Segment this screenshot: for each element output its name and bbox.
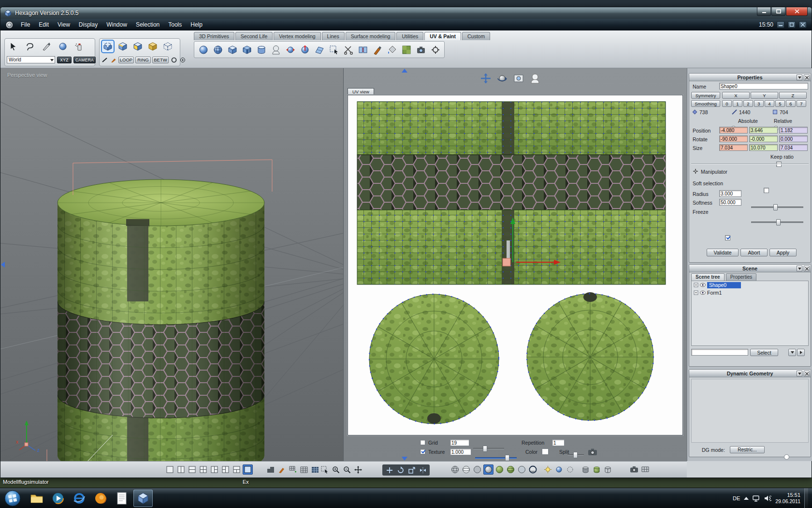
cylinder-shaded-icon[interactable] <box>580 464 591 475</box>
cube-uv-grid-icon[interactable] <box>240 43 253 56</box>
taskbar-mediaplayer-button[interactable] <box>48 490 68 507</box>
cut-seam-icon[interactable] <box>342 43 355 56</box>
dg-close-icon[interactable] <box>804 371 810 376</box>
head-preview-icon[interactable] <box>528 72 541 85</box>
shading-xray-icon[interactable] <box>517 464 527 475</box>
maximize-button[interactable] <box>771 7 785 16</box>
position-y-input[interactable] <box>749 127 778 134</box>
splitter-down-icon[interactable] <box>402 457 407 461</box>
start-button[interactable] <box>4 490 21 508</box>
paint-brush-icon[interactable] <box>371 43 384 56</box>
ellipse-select-icon[interactable] <box>56 40 70 53</box>
splitter-up-icon[interactable] <box>402 69 407 73</box>
lasso-select-icon[interactable] <box>23 40 37 53</box>
camera-view-icon[interactable] <box>554 464 564 475</box>
pan-view-icon[interactable] <box>353 464 363 475</box>
layout-4-icon[interactable] <box>198 464 208 475</box>
grid-add-icon[interactable] <box>288 464 298 475</box>
grid-checkbox[interactable] <box>420 440 425 445</box>
child-maximize-button[interactable] <box>788 21 796 28</box>
radius-slider[interactable] <box>751 204 803 210</box>
uv-select-icon[interactable] <box>327 43 340 56</box>
rotate-z-input[interactable] <box>779 135 808 142</box>
symmetry-z-button[interactable]: Z <box>779 92 807 99</box>
loop-circle-icon[interactable] <box>170 56 177 63</box>
world-dropdown[interactable]: World <box>7 56 55 63</box>
position-x-input[interactable] <box>719 127 748 134</box>
color-swatch[interactable] <box>542 448 549 455</box>
tab-utilities[interactable]: Utilities <box>396 32 423 40</box>
dynamic-geometry-header[interactable]: Dynamic Geometry <box>689 370 811 377</box>
language-indicator[interactable]: DE <box>733 495 740 501</box>
uv-gizmo-icon[interactable] <box>479 72 492 85</box>
layout-3-right-icon[interactable] <box>220 464 231 475</box>
softness-input[interactable] <box>719 199 741 206</box>
layout-single-icon[interactable] <box>165 464 175 475</box>
menu-window[interactable]: Window <box>102 20 131 29</box>
cube-map-icon[interactable] <box>226 43 239 56</box>
uv-snapshot-camera-icon[interactable] <box>588 448 597 456</box>
spray-tool-icon[interactable] <box>72 40 86 53</box>
expand-icon[interactable] <box>694 290 698 295</box>
smoothing-6-button[interactable]: 6 <box>786 100 796 107</box>
soft-selection-checkbox[interactable] <box>764 188 769 193</box>
scene-tree-item-shape0[interactable]: Shape0 <box>692 281 808 289</box>
uv-view-tab[interactable]: UV view <box>348 88 374 95</box>
symmetry-button[interactable]: Symmetry <box>691 92 720 99</box>
uv-move-icon[interactable] <box>384 465 394 475</box>
screenshot-camera-icon[interactable] <box>629 464 639 475</box>
scene-close-icon[interactable] <box>804 266 810 271</box>
viewport-canvas[interactable] <box>0 68 344 461</box>
tab-lines[interactable]: Lines <box>322 32 345 40</box>
close-button[interactable] <box>786 7 808 16</box>
edge-mode-icon[interactable] <box>116 40 130 53</box>
position-z-input[interactable] <box>779 127 808 134</box>
zoom-in-icon[interactable] <box>331 464 341 475</box>
taskbar-ie-button[interactable] <box>70 490 89 507</box>
scene-dropdown-button[interactable] <box>788 349 796 356</box>
symmetry-x-button[interactable]: X <box>722 92 750 99</box>
knife-tool-icon[interactable] <box>40 40 53 53</box>
box-select-icon[interactable] <box>319 464 330 475</box>
scene-filter-input[interactable] <box>691 349 748 356</box>
paint-bucket-icon[interactable] <box>385 43 398 56</box>
menu-tools[interactable]: Tools <box>164 20 186 29</box>
zoom-out-icon[interactable] <box>342 464 352 475</box>
cylinder-textured-icon[interactable] <box>592 464 602 475</box>
properties-panel-header[interactable]: Properties <box>689 74 811 81</box>
uv-rotate-icon[interactable] <box>395 465 406 475</box>
expand-icon[interactable] <box>694 283 698 287</box>
tab-scene-tree[interactable]: Scene tree <box>691 273 725 281</box>
tab-vertex-modeling[interactable]: Vertex modeling <box>274 32 320 40</box>
uv-view-panel[interactable] <box>348 95 683 435</box>
shading-smooth-icon[interactable] <box>483 464 493 475</box>
tray-expand-icon[interactable] <box>744 497 749 500</box>
freeze-checkbox[interactable] <box>725 235 730 240</box>
uv-scale-icon[interactable] <box>406 465 417 475</box>
layout-3-top-icon[interactable] <box>232 464 242 475</box>
size-z-input[interactable] <box>779 144 808 151</box>
shading-cartoon-icon[interactable] <box>528 464 538 475</box>
smoothing-5-button[interactable]: 5 <box>775 100 785 107</box>
menu-selection[interactable]: Selection <box>131 20 164 29</box>
visibility-eye-icon[interactable] <box>700 290 706 295</box>
dg-mode-button[interactable]: Restric... <box>730 446 765 453</box>
name-input[interactable] <box>719 83 808 90</box>
show-desktop-button[interactable] <box>804 488 808 508</box>
rotate-x-input[interactable] <box>719 135 748 142</box>
pin-uv-icon[interactable] <box>298 43 311 56</box>
texture-slider[interactable] <box>475 455 517 461</box>
tab-3d-primitives[interactable]: 3D Primitives <box>194 32 234 40</box>
scene-panel-header[interactable]: Scene <box>689 265 811 272</box>
menu-help[interactable]: Help <box>186 20 207 29</box>
visibility-eye-icon[interactable] <box>700 283 706 287</box>
smoothing-2-button[interactable]: 2 <box>743 100 753 107</box>
desktop-icon-label[interactable]: Ex <box>243 479 249 485</box>
smoothing-7-button[interactable]: 7 <box>797 100 806 107</box>
shading-textured-wire-icon[interactable] <box>506 464 516 475</box>
taskbar-notepad-button[interactable] <box>112 490 131 507</box>
cylinder-model[interactable] <box>49 179 271 461</box>
rotate-y-input[interactable] <box>749 135 778 142</box>
shading-textured-icon[interactable] <box>494 464 505 475</box>
target-select-icon[interactable] <box>179 56 186 63</box>
